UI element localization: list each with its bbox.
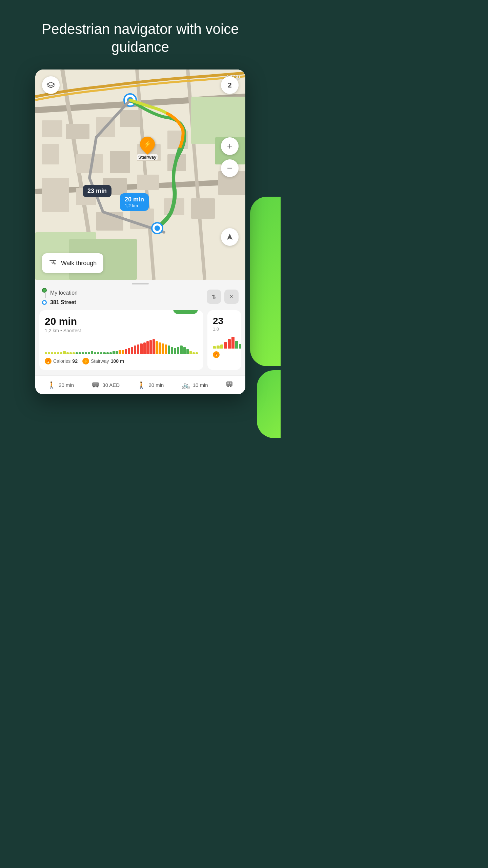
navigation-button[interactable]: [221, 228, 239, 246]
chart-bar: [106, 352, 109, 354]
svg-point-42: [97, 386, 98, 388]
nav-walk-time: 20 min: [59, 382, 74, 388]
chart-bar: [171, 347, 173, 355]
chart-bar: [189, 351, 192, 354]
svg-rect-14: [120, 110, 140, 127]
chart-bar: [134, 346, 136, 354]
chart-bar: [146, 341, 149, 354]
chart-bar: [48, 352, 50, 354]
chart-bar: [103, 352, 105, 354]
chart-bar: [228, 339, 231, 349]
calories-meta: 🔥 Calories 92: [45, 358, 78, 364]
loc-line: [45, 293, 46, 298]
chart-bar: [113, 351, 115, 354]
chart-bar: [217, 346, 220, 349]
nav-taxi[interactable]: 30 AED: [92, 381, 120, 389]
svg-point-41: [93, 386, 95, 388]
chart-bar: [140, 343, 142, 354]
chart-bar: [235, 341, 238, 349]
nav-taxi-value: 30 AED: [102, 382, 120, 388]
walk-through-button[interactable]: Walk through: [42, 253, 103, 273]
location-row: My location 381 Street ⇅ ×: [35, 288, 245, 310]
to-dot: [42, 300, 47, 305]
sec-calories-icon: 🔥: [213, 351, 220, 358]
zoom-out-button[interactable]: −: [221, 159, 239, 177]
tooltip-dist: 1,2 km: [125, 203, 144, 208]
svg-rect-43: [226, 381, 232, 386]
stairway-marker: ⚡ Stairway: [137, 137, 158, 160]
chart-bar: [224, 342, 227, 349]
bottom-panel: My location 381 Street ⇅ ×: [35, 280, 245, 394]
close-icon: ×: [230, 294, 233, 300]
chart-bar: [174, 348, 176, 354]
to-location: 381 Street: [42, 299, 78, 305]
nav-walk2[interactable]: 🚶 20 min: [137, 381, 164, 389]
chart-bar: [88, 352, 90, 354]
chart-bar: [116, 351, 118, 354]
chart-bar: [122, 350, 124, 354]
stairway-meta-label: Stairway: [91, 358, 109, 364]
tooltip-23min: 23 min: [83, 185, 111, 197]
taxi-icon: [92, 381, 100, 389]
swap-route-button[interactable]: ⇅: [207, 290, 221, 304]
nav-bike[interactable]: 🚲 10 min: [182, 381, 208, 389]
layers-button[interactable]: [42, 76, 60, 94]
chart-bar: [60, 352, 62, 354]
tooltip-time: 20 min: [125, 196, 144, 203]
green-wave-decoration: [250, 197, 281, 366]
secondary-route-card[interactable]: 23 1,8 🔥: [207, 310, 241, 370]
svg-point-37: [53, 261, 54, 263]
map-area: 12:30 2 + − ⚡ Stairway 23 min: [35, 70, 245, 280]
chart-bar: [231, 337, 235, 349]
route-cards: 20 min 1,2 km • Shortest Go 🔥 Calories 9…: [35, 310, 245, 375]
svg-point-36: [50, 260, 52, 261]
stairway-meta-icon: ⚡: [82, 358, 89, 364]
stairway-label: Stairway: [137, 154, 158, 160]
chart-bar: [63, 351, 65, 354]
chart-bar: [159, 342, 161, 354]
route-count-badge[interactable]: 2: [221, 76, 239, 94]
chart-bar: [100, 352, 102, 354]
nav-bus[interactable]: [226, 380, 233, 390]
chart-bar: [57, 352, 59, 354]
primary-details: 1,2 km • Shortest: [45, 328, 81, 333]
chart-bar: [54, 352, 56, 354]
chart-bar: [192, 352, 195, 354]
loc-dots: [42, 288, 47, 298]
elevation-chart: [45, 337, 198, 354]
secondary-chart: [213, 335, 236, 349]
secondary-calories: 🔥: [213, 351, 220, 358]
svg-rect-20: [137, 175, 159, 190]
go-button[interactable]: Go: [173, 310, 198, 314]
chart-bar: [119, 350, 121, 354]
chart-bar: [168, 346, 170, 354]
walk-icon: 🚶: [47, 381, 56, 389]
to-label: 381 Street: [50, 299, 76, 305]
chart-bar: [149, 340, 152, 354]
walk2-icon: 🚶: [137, 381, 146, 389]
primary-route-card[interactable]: 20 min 1,2 km • Shortest Go 🔥 Calories 9…: [39, 310, 203, 370]
svg-rect-16: [110, 151, 130, 173]
chart-bar: [76, 352, 78, 354]
chart-bar: [91, 351, 93, 354]
swap-icon: ⇅: [212, 294, 216, 300]
chart-bar: [97, 352, 99, 354]
chart-bar: [180, 346, 182, 354]
calories-icon: 🔥: [45, 358, 52, 364]
chart-bar: [196, 352, 198, 354]
close-route-button[interactable]: ×: [224, 290, 239, 304]
calories-label: Calories: [53, 358, 70, 364]
handle-bar: [35, 280, 245, 288]
zoom-in-button[interactable]: +: [221, 137, 239, 155]
svg-point-38: [54, 263, 56, 264]
chart-bar: [45, 352, 47, 354]
bottom-nav: 🚶 20 min 30 AED 🚶 20 min: [35, 375, 245, 394]
stairway-meta-value: 100 m: [111, 358, 124, 364]
svg-point-44: [227, 386, 229, 387]
map-background: [35, 70, 245, 280]
bike-icon: 🚲: [182, 381, 190, 389]
from-location: My location: [42, 288, 78, 298]
chart-bar: [177, 347, 179, 355]
hero-title: Pedestrian navigator with voice guidance: [0, 0, 281, 70]
nav-walk[interactable]: 🚶 20 min: [47, 381, 74, 389]
